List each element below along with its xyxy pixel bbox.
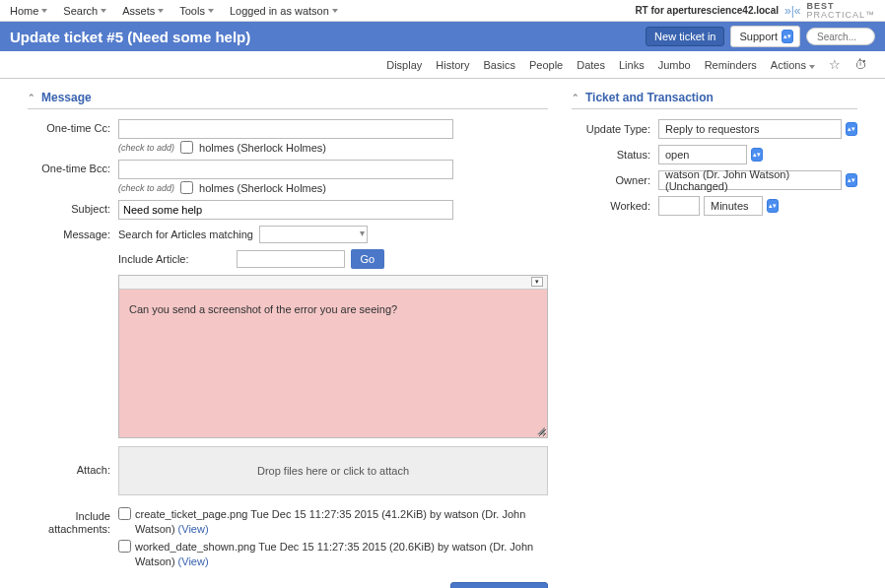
- attach2-checkbox[interactable]: [118, 540, 131, 553]
- collapse-icon[interactable]: »|«: [784, 4, 800, 18]
- onetime-bcc-label: One-time Bcc:: [28, 160, 118, 194]
- search-input[interactable]: [806, 28, 875, 45]
- chevron-down-icon: [101, 9, 106, 13]
- ticket-tabs: Display History Basics People Dates Link…: [0, 51, 885, 79]
- onetime-cc-label: One-time Cc:: [28, 119, 118, 154]
- check-to-add-hint2: (check to add): [118, 183, 174, 193]
- status-label: Status:: [572, 149, 658, 161]
- collapse-caret-icon: ⌃: [572, 93, 579, 102]
- cc-holmes-checkbox[interactable]: [180, 141, 193, 154]
- page-title: Update ticket #5 (Need some help): [10, 29, 250, 45]
- title-bar: Update ticket #5 (Need some help) New ti…: [0, 22, 885, 51]
- update-type-select[interactable]: Reply to requestors: [658, 119, 842, 139]
- onetime-bcc-input[interactable]: [118, 160, 453, 179]
- go-button[interactable]: Go: [351, 249, 385, 269]
- chevron-down-icon: [809, 65, 815, 69]
- chevron-down-icon: [158, 9, 164, 13]
- include-article-input[interactable]: [237, 250, 345, 268]
- new-ticket-button[interactable]: New ticket in: [646, 27, 724, 46]
- tab-dates[interactable]: Dates: [577, 59, 605, 71]
- select-toggle-icon[interactable]: ▴▾: [846, 122, 857, 136]
- select-toggle-icon[interactable]: ▴▾: [751, 148, 763, 162]
- timer-icon[interactable]: ⏱: [854, 57, 867, 72]
- bcc-holmes-checkbox[interactable]: [180, 181, 193, 194]
- search-articles-input[interactable]: [259, 226, 368, 243]
- chevron-down-icon: [208, 9, 214, 13]
- tab-jumbo[interactable]: Jumbo: [658, 59, 691, 71]
- tab-basics[interactable]: Basics: [484, 59, 515, 71]
- editor-expand-icon[interactable]: ▾: [531, 277, 543, 287]
- bestpractical-logo: BESTPRACTICAL™: [806, 2, 875, 20]
- onetime-cc-input[interactable]: [118, 119, 453, 139]
- bcc-holmes-label: holmes (Sherlock Holmes): [199, 182, 326, 194]
- owner-select[interactable]: watson (Dr. John Watson) (Unchanged): [658, 170, 842, 190]
- check-to-add-hint: (check to add): [118, 143, 174, 153]
- menu-search[interactable]: Search: [63, 5, 106, 17]
- txn-panel-header[interactable]: ⌃ Ticket and Transaction: [572, 91, 857, 109]
- tab-actions[interactable]: Actions: [771, 59, 815, 71]
- worked-input[interactable]: [658, 196, 700, 216]
- worked-label: Worked:: [572, 200, 658, 212]
- chevron-down-icon: [332, 9, 338, 13]
- menu-loggedin[interactable]: Logged in as watson: [230, 5, 338, 17]
- bookmark-icon[interactable]: ☆: [829, 57, 841, 72]
- tab-people[interactable]: People: [529, 59, 563, 71]
- attach1-checkbox[interactable]: [118, 507, 131, 520]
- message-label: Message:: [28, 226, 118, 438]
- subject-input[interactable]: [118, 200, 453, 220]
- message-editor: ▾ Can you send a screenshot of the error…: [118, 275, 548, 438]
- status-select[interactable]: open: [658, 145, 747, 164]
- attach1-view-link[interactable]: (View): [178, 523, 209, 535]
- update-ticket-button[interactable]: Update Ticket: [450, 582, 548, 588]
- menu-home[interactable]: Home: [10, 5, 47, 17]
- txn-heading: Ticket and Transaction: [585, 91, 714, 104]
- tab-links[interactable]: Links: [619, 59, 645, 71]
- resize-grip-icon[interactable]: ◢: [537, 425, 545, 435]
- owner-label: Owner:: [572, 174, 658, 186]
- editor-toolbar: ▾: [119, 276, 547, 290]
- include-attachments-label: Include attachments:: [28, 507, 118, 572]
- attach-label: Attach:: [28, 446, 118, 501]
- chevron-down-icon: [41, 9, 47, 13]
- main-menu: Home Search Assets Tools Logged in as wa…: [10, 5, 338, 17]
- include-article-label: Include Article:: [118, 253, 189, 265]
- tab-reminders[interactable]: Reminders: [705, 59, 757, 71]
- select-toggle-icon[interactable]: ▴▾: [846, 173, 857, 187]
- dropdown-icon[interactable]: ▾: [360, 228, 365, 238]
- rt-instance-label: RT for aperturescience42.local: [635, 5, 779, 16]
- message-panel-header[interactable]: ⌃ Message: [28, 91, 548, 109]
- message-heading: Message: [41, 91, 92, 104]
- top-nav: Home Search Assets Tools Logged in as wa…: [0, 0, 885, 22]
- tab-history[interactable]: History: [436, 59, 469, 71]
- menu-assets[interactable]: Assets: [122, 5, 164, 17]
- cc-holmes-label: holmes (Sherlock Holmes): [199, 142, 326, 154]
- attach2-view-link[interactable]: (View): [178, 555, 209, 567]
- message-textarea[interactable]: Can you send a screenshot of the error y…: [119, 290, 547, 437]
- select-toggle-icon[interactable]: ▴▾: [767, 199, 779, 213]
- subject-label: Subject:: [28, 200, 118, 220]
- worked-unit-select[interactable]: Minutes: [704, 196, 763, 216]
- queue-select[interactable]: Support▴▾: [730, 26, 800, 47]
- collapse-caret-icon: ⌃: [28, 93, 35, 102]
- search-articles-label: Search for Articles matching: [118, 229, 253, 240]
- tab-display[interactable]: Display: [386, 59, 422, 71]
- menu-tools[interactable]: Tools: [179, 5, 214, 17]
- update-type-label: Update Type:: [572, 123, 658, 135]
- attach-dropzone[interactable]: Drop files here or click to attach: [118, 446, 548, 495]
